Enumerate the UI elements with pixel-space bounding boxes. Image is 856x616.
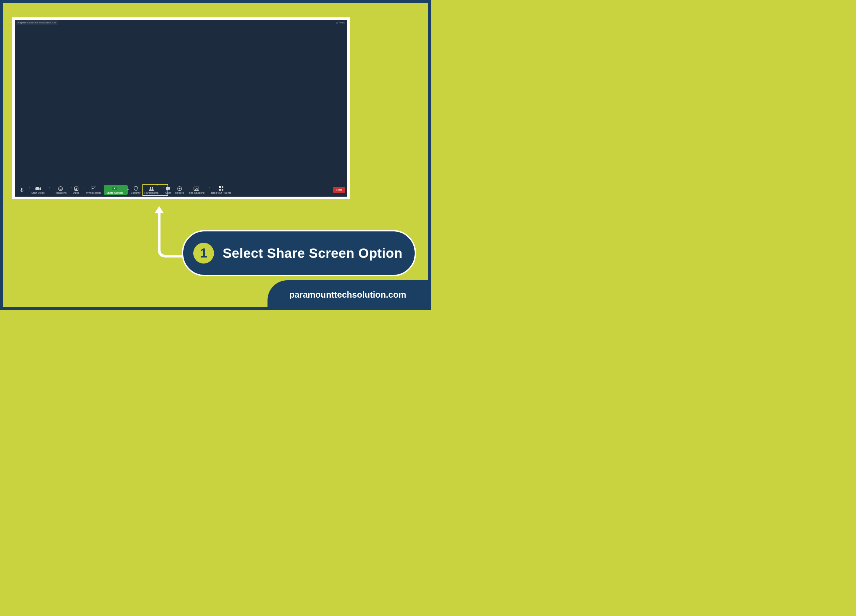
original-sound-toggle[interactable]: Original Sound for Musicians: Off: [15, 20, 58, 25]
apps-label: Apps: [73, 192, 79, 194]
whiteboards-button[interactable]: Whiteboards: [84, 183, 103, 196]
view-menu[interactable]: View: [334, 20, 347, 25]
apps-button[interactable]: ^ Apps: [71, 183, 84, 196]
captions-icon: CC: [193, 186, 199, 191]
whiteboards-label: Whiteboards: [86, 192, 101, 194]
instruction-text: Select Share Screen Option: [223, 246, 403, 261]
svg-point-10: [179, 188, 180, 189]
view-icon: [336, 22, 339, 24]
svg-point-7: [150, 187, 151, 189]
zoom-meeting-window: Original Sound for Musicians: Off View ^…: [15, 20, 347, 197]
participants-button[interactable]: ^ 1 Participants: [142, 183, 163, 196]
svg-point-2: [60, 188, 60, 189]
microphone-icon: [19, 188, 25, 192]
hide-captions-button[interactable]: ^ CC Hide Captions: [186, 183, 209, 196]
instruction-callout: 1 Select Share Screen Option: [182, 230, 416, 276]
chat-button[interactable]: Chat: [163, 183, 173, 196]
step-number-badge: 1: [193, 243, 214, 263]
participants-count: 1: [157, 184, 159, 186]
view-label: View: [339, 21, 345, 24]
share-screen-icon: [112, 186, 118, 191]
security-label: Security: [131, 192, 140, 194]
record-icon: [177, 186, 183, 191]
start-video-button[interactable]: ^ Start Video: [29, 183, 49, 196]
zoom-screenshot-frame: Original Sound for Musicians: Off View ^…: [12, 17, 350, 199]
apps-icon: [73, 186, 79, 191]
svg-rect-0: [35, 187, 39, 190]
reactions-button[interactable]: ^ Reactions: [52, 183, 71, 196]
people-icon: [148, 186, 154, 191]
record-button[interactable]: Record: [173, 183, 186, 196]
hide-captions-label: Hide Captions: [188, 192, 205, 194]
callout-arrow: [152, 206, 186, 260]
participants-label: Participants: [145, 192, 159, 194]
svg-point-8: [152, 187, 153, 189]
breakout-rooms-label: Breakout Rooms: [211, 192, 231, 194]
start-video-label: Start Video: [31, 192, 45, 194]
share-screen-label: Share Screen: [106, 192, 123, 194]
share-screen-button[interactable]: ^ Share Screen: [104, 185, 128, 195]
reactions-label: Reactions: [54, 192, 66, 194]
camera-icon: [35, 186, 41, 191]
watermark-badge: paramounttechsolution.com: [268, 280, 428, 307]
whiteboard-icon: [91, 186, 97, 191]
original-sound-label: Original Sound for Musicians: Off: [17, 21, 56, 24]
chat-icon: [165, 186, 171, 191]
chat-label: Chat: [165, 192, 171, 194]
record-label: Record: [175, 192, 184, 194]
svg-point-1: [59, 186, 63, 191]
mute-button[interactable]: ^: [17, 183, 29, 196]
meeting-toolbar: ^ ^ Start Video ^ Reactions: [15, 183, 347, 197]
step-number: 1: [200, 246, 207, 260]
watermark-text: paramounttechsolution.com: [289, 290, 406, 300]
shield-icon: [133, 186, 139, 191]
end-label: End: [336, 188, 342, 192]
smile-icon: [57, 186, 63, 191]
end-meeting-button[interactable]: End: [333, 187, 345, 193]
security-button[interactable]: Security: [129, 183, 142, 196]
svg-text:CC: CC: [195, 188, 198, 190]
svg-point-3: [61, 188, 62, 189]
chevron-up-icon[interactable]: ^: [49, 186, 50, 189]
grid-icon: [219, 186, 224, 191]
breakout-rooms-button[interactable]: Breakout Rooms: [209, 183, 233, 196]
